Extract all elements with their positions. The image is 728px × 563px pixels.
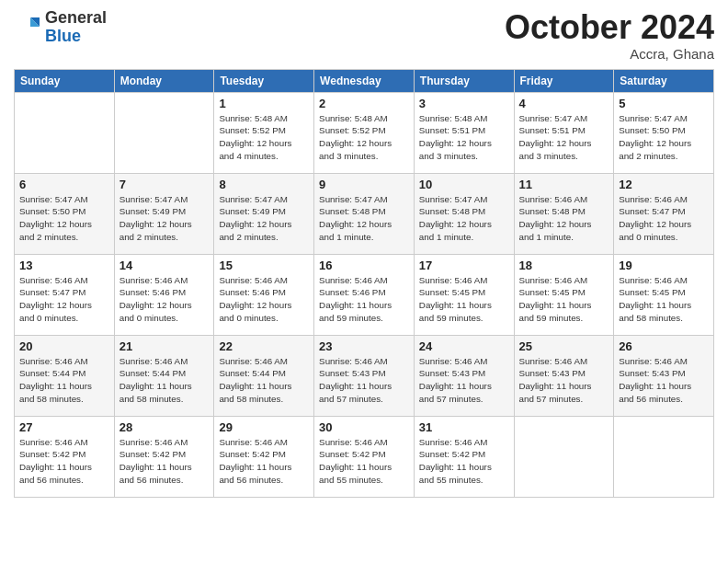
page: General Blue October 2024 Accra, Ghana S… bbox=[0, 0, 728, 511]
day-number: 16 bbox=[319, 259, 409, 272]
logo-blue: Blue bbox=[45, 28, 107, 46]
day-info: Sunrise: 5:46 AM Sunset: 5:43 PM Dayligh… bbox=[519, 355, 609, 406]
location: Accra, Ghana bbox=[505, 46, 714, 62]
calendar-cell: 31Sunrise: 5:46 AM Sunset: 5:42 PM Dayli… bbox=[414, 416, 514, 497]
day-number: 12 bbox=[619, 178, 709, 191]
day-number: 29 bbox=[219, 420, 309, 434]
day-number: 23 bbox=[319, 339, 409, 353]
day-number: 4 bbox=[519, 97, 609, 110]
day-info: Sunrise: 5:46 AM Sunset: 5:44 PM Dayligh… bbox=[219, 355, 309, 406]
day-number: 28 bbox=[119, 420, 210, 434]
day-info: Sunrise: 5:46 AM Sunset: 5:44 PM Dayligh… bbox=[119, 355, 210, 406]
day-info: Sunrise: 5:47 AM Sunset: 5:49 PM Dayligh… bbox=[219, 193, 309, 244]
calendar-cell: 17Sunrise: 5:46 AM Sunset: 5:45 PM Dayli… bbox=[414, 254, 514, 335]
calendar-cell: 27Sunrise: 5:46 AM Sunset: 5:42 PM Dayli… bbox=[15, 416, 115, 497]
calendar-cell: 11Sunrise: 5:46 AM Sunset: 5:48 PM Dayli… bbox=[514, 173, 614, 254]
day-info: Sunrise: 5:46 AM Sunset: 5:43 PM Dayligh… bbox=[619, 355, 709, 406]
calendar-cell: 2Sunrise: 5:48 AM Sunset: 5:52 PM Daylig… bbox=[314, 92, 415, 173]
calendar-week-row: 13Sunrise: 5:46 AM Sunset: 5:47 PM Dayli… bbox=[15, 254, 714, 335]
day-info: Sunrise: 5:46 AM Sunset: 5:48 PM Dayligh… bbox=[519, 193, 609, 244]
logo-text: General Blue bbox=[45, 9, 107, 46]
day-number: 24 bbox=[419, 339, 509, 353]
calendar-cell: 18Sunrise: 5:46 AM Sunset: 5:45 PM Dayli… bbox=[514, 254, 614, 335]
day-number: 18 bbox=[519, 259, 609, 272]
day-info: Sunrise: 5:47 AM Sunset: 5:48 PM Dayligh… bbox=[419, 193, 509, 244]
day-info: Sunrise: 5:47 AM Sunset: 5:49 PM Dayligh… bbox=[119, 193, 210, 244]
day-number: 9 bbox=[319, 178, 409, 191]
day-info: Sunrise: 5:46 AM Sunset: 5:42 PM Dayligh… bbox=[119, 436, 210, 487]
calendar-cell: 3Sunrise: 5:48 AM Sunset: 5:51 PM Daylig… bbox=[414, 92, 514, 173]
weekday-header: Sunday bbox=[15, 69, 115, 92]
calendar-cell: 30Sunrise: 5:46 AM Sunset: 5:42 PM Dayli… bbox=[314, 416, 415, 497]
calendar-cell: 22Sunrise: 5:46 AM Sunset: 5:44 PM Dayli… bbox=[214, 335, 314, 416]
calendar-cell: 12Sunrise: 5:46 AM Sunset: 5:47 PM Dayli… bbox=[614, 173, 714, 254]
day-number: 2 bbox=[319, 97, 409, 110]
day-info: Sunrise: 5:46 AM Sunset: 5:42 PM Dayligh… bbox=[19, 436, 109, 487]
day-info: Sunrise: 5:48 AM Sunset: 5:52 PM Dayligh… bbox=[219, 112, 309, 163]
logo: General Blue bbox=[14, 9, 107, 46]
calendar-cell bbox=[614, 416, 714, 497]
calendar-cell: 6Sunrise: 5:47 AM Sunset: 5:50 PM Daylig… bbox=[15, 173, 115, 254]
calendar-cell: 7Sunrise: 5:47 AM Sunset: 5:49 PM Daylig… bbox=[114, 173, 214, 254]
calendar-cell: 26Sunrise: 5:46 AM Sunset: 5:43 PM Dayli… bbox=[614, 335, 714, 416]
calendar-cell: 16Sunrise: 5:46 AM Sunset: 5:46 PM Dayli… bbox=[314, 254, 415, 335]
calendar-cell: 25Sunrise: 5:46 AM Sunset: 5:43 PM Dayli… bbox=[514, 335, 614, 416]
day-number: 8 bbox=[219, 178, 309, 191]
day-number: 17 bbox=[419, 259, 509, 272]
day-info: Sunrise: 5:46 AM Sunset: 5:42 PM Dayligh… bbox=[219, 436, 309, 487]
day-number: 31 bbox=[419, 420, 509, 434]
day-number: 22 bbox=[219, 339, 309, 353]
day-info: Sunrise: 5:46 AM Sunset: 5:46 PM Dayligh… bbox=[319, 274, 409, 325]
day-info: Sunrise: 5:46 AM Sunset: 5:43 PM Dayligh… bbox=[319, 355, 409, 406]
day-number: 1 bbox=[219, 97, 309, 110]
day-info: Sunrise: 5:46 AM Sunset: 5:47 PM Dayligh… bbox=[619, 193, 709, 244]
calendar-cell bbox=[114, 92, 214, 173]
calendar-header-row: SundayMondayTuesdayWednesdayThursdayFrid… bbox=[15, 69, 714, 92]
calendar-cell: 23Sunrise: 5:46 AM Sunset: 5:43 PM Dayli… bbox=[314, 335, 415, 416]
calendar-cell bbox=[15, 92, 115, 173]
calendar-cell: 1Sunrise: 5:48 AM Sunset: 5:52 PM Daylig… bbox=[214, 92, 314, 173]
day-info: Sunrise: 5:46 AM Sunset: 5:47 PM Dayligh… bbox=[19, 274, 109, 325]
calendar-cell: 29Sunrise: 5:46 AM Sunset: 5:42 PM Dayli… bbox=[214, 416, 314, 497]
calendar-cell: 4Sunrise: 5:47 AM Sunset: 5:51 PM Daylig… bbox=[514, 92, 614, 173]
calendar-cell: 10Sunrise: 5:47 AM Sunset: 5:48 PM Dayli… bbox=[414, 173, 514, 254]
calendar-week-row: 6Sunrise: 5:47 AM Sunset: 5:50 PM Daylig… bbox=[15, 173, 714, 254]
day-info: Sunrise: 5:46 AM Sunset: 5:42 PM Dayligh… bbox=[419, 436, 509, 487]
calendar-week-row: 27Sunrise: 5:46 AM Sunset: 5:42 PM Dayli… bbox=[15, 416, 714, 497]
day-info: Sunrise: 5:47 AM Sunset: 5:50 PM Dayligh… bbox=[619, 112, 709, 163]
header: General Blue October 2024 Accra, Ghana bbox=[14, 9, 714, 62]
day-number: 19 bbox=[619, 259, 709, 272]
day-number: 15 bbox=[219, 259, 309, 272]
title-block: October 2024 Accra, Ghana bbox=[505, 9, 714, 62]
weekday-header: Monday bbox=[114, 69, 214, 92]
calendar-cell: 15Sunrise: 5:46 AM Sunset: 5:46 PM Dayli… bbox=[214, 254, 314, 335]
calendar-cell: 21Sunrise: 5:46 AM Sunset: 5:44 PM Dayli… bbox=[114, 335, 214, 416]
calendar-cell: 8Sunrise: 5:47 AM Sunset: 5:49 PM Daylig… bbox=[214, 173, 314, 254]
day-info: Sunrise: 5:47 AM Sunset: 5:51 PM Dayligh… bbox=[519, 112, 609, 163]
calendar-cell: 5Sunrise: 5:47 AM Sunset: 5:50 PM Daylig… bbox=[614, 92, 714, 173]
calendar-cell: 28Sunrise: 5:46 AM Sunset: 5:42 PM Dayli… bbox=[114, 416, 214, 497]
day-info: Sunrise: 5:46 AM Sunset: 5:45 PM Dayligh… bbox=[519, 274, 609, 325]
weekday-header: Wednesday bbox=[314, 69, 415, 92]
logo-general: General bbox=[45, 9, 107, 28]
day-number: 3 bbox=[419, 97, 509, 110]
calendar-week-row: 20Sunrise: 5:46 AM Sunset: 5:44 PM Dayli… bbox=[15, 335, 714, 416]
day-number: 10 bbox=[419, 178, 509, 191]
calendar-cell: 9Sunrise: 5:47 AM Sunset: 5:48 PM Daylig… bbox=[314, 173, 415, 254]
day-number: 14 bbox=[119, 259, 210, 272]
day-info: Sunrise: 5:46 AM Sunset: 5:44 PM Dayligh… bbox=[19, 355, 109, 406]
day-info: Sunrise: 5:46 AM Sunset: 5:45 PM Dayligh… bbox=[419, 274, 509, 325]
month-title: October 2024 bbox=[505, 9, 714, 46]
day-number: 13 bbox=[19, 259, 109, 272]
day-number: 6 bbox=[19, 178, 109, 191]
day-number: 20 bbox=[19, 339, 109, 353]
day-number: 25 bbox=[519, 339, 609, 353]
day-info: Sunrise: 5:46 AM Sunset: 5:46 PM Dayligh… bbox=[119, 274, 210, 325]
day-number: 21 bbox=[119, 339, 210, 353]
day-info: Sunrise: 5:47 AM Sunset: 5:48 PM Dayligh… bbox=[319, 193, 409, 244]
weekday-header: Thursday bbox=[414, 69, 514, 92]
day-info: Sunrise: 5:46 AM Sunset: 5:42 PM Dayligh… bbox=[319, 436, 409, 487]
day-number: 7 bbox=[119, 178, 210, 191]
calendar-cell: 19Sunrise: 5:46 AM Sunset: 5:45 PM Dayli… bbox=[614, 254, 714, 335]
day-info: Sunrise: 5:48 AM Sunset: 5:51 PM Dayligh… bbox=[419, 112, 509, 163]
